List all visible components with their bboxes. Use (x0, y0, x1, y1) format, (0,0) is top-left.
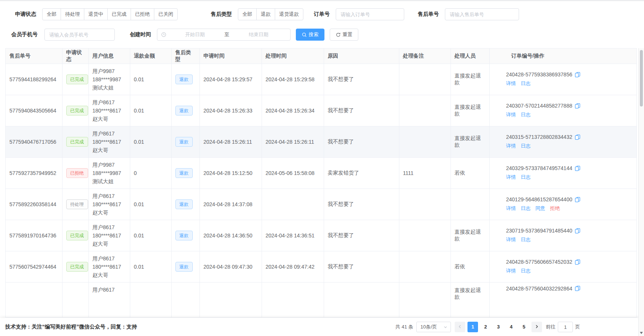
copy-icon[interactable] (575, 259, 580, 265)
row-actions: 详情日志 (506, 80, 633, 87)
page-button[interactable]: 5 (519, 322, 529, 332)
action-log-link[interactable]: 日志 (521, 236, 531, 243)
row-actions: 详情日志同意拒绝 (506, 205, 633, 212)
order-no-text: 240129-5648615287654400 (506, 196, 572, 202)
refund-amount-cell: 0.01 (130, 189, 171, 220)
column-header-apply-time: 申请时间 (199, 49, 262, 64)
created-time-label: 创建时间 (130, 31, 151, 38)
action-log-link[interactable]: 日志 (521, 143, 531, 149)
date-end-placeholder[interactable]: 结束日期 (231, 31, 286, 38)
status-filter-option[interactable]: 已完成 (107, 8, 131, 20)
handle-time-cell: 2024-04-28 15:26:34 (262, 95, 324, 126)
phone-input[interactable] (44, 29, 115, 41)
reason-cell: 卖家发错货了 (324, 157, 399, 189)
order-no-text: 240428-5775606657452032 (506, 259, 572, 265)
aftersale-no-input[interactable] (445, 8, 519, 20)
next-page-button[interactable] (531, 322, 542, 332)
column-header-handler: 处理人员 (451, 49, 489, 64)
search-button[interactable]: 搜索 (296, 29, 324, 41)
handle-time-cell: 2024-04-28 14:36:51 (262, 220, 324, 251)
aftersale-type-cell: 退款 (171, 251, 199, 282)
type-filter-option[interactable]: 退款 (256, 8, 275, 20)
status-filter-option[interactable]: 全部 (42, 8, 61, 20)
aftersale-no-cell (6, 282, 62, 318)
status-cell: 已完成 (62, 64, 88, 95)
refund-amount-cell: 0 (130, 157, 171, 189)
type-badge: 退款 (175, 74, 193, 84)
copy-icon[interactable] (575, 134, 580, 140)
type-badge: 退款 (175, 262, 193, 272)
status-cell: 已拒绝 (62, 157, 88, 189)
action-detail-link[interactable]: 详情 (506, 236, 516, 243)
status-filter-option[interactable]: 已关闭 (154, 8, 178, 20)
remark-cell (399, 64, 451, 95)
page-button[interactable]: 2 (480, 322, 491, 332)
page-button[interactable]: 3 (493, 322, 504, 332)
phone-label: 会员手机号 (11, 31, 38, 38)
handler-cell: 直接发起退款 (451, 282, 489, 318)
status-badge: 已完成 (66, 137, 88, 147)
page-size-value: 10条/页 (420, 324, 437, 330)
aftersale-type-cell: 退款 (171, 189, 199, 220)
action-detail-link[interactable]: 详情 (506, 111, 516, 118)
user-info-cell: 用户8617180****8617赵大哥 (88, 220, 130, 251)
action-detail-link[interactable]: 详情 (506, 268, 516, 274)
status-filter-option[interactable]: 退货中 (84, 8, 108, 20)
order-no-input[interactable] (336, 8, 404, 20)
handler-cell: 直接发起退款 (451, 220, 489, 251)
page-size-select[interactable]: 10条/页 (416, 322, 451, 332)
action-log-link[interactable]: 日志 (521, 205, 531, 212)
refund-amount-cell: 0.01 (130, 64, 171, 95)
status-badge: 已完成 (66, 317, 88, 318)
page-buttons: 12345 (467, 322, 529, 332)
type-filter-option[interactable]: 全部 (238, 8, 257, 20)
status-filter-option[interactable]: 待处理 (61, 8, 84, 20)
footer-bar: 技术支持：关注“编写美好前程”微信公众号，回复：支持 共 41 条 10条/页 … (0, 318, 644, 336)
action-reject-link[interactable]: 拒绝 (550, 205, 560, 212)
vertical-scrollbar[interactable] (638, 48, 644, 336)
handler-cell: 若依 (451, 157, 489, 189)
action-detail-link[interactable]: 详情 (506, 80, 516, 87)
action-log-link[interactable]: 日志 (521, 174, 531, 181)
action-approve-link[interactable]: 同意 (536, 205, 545, 212)
status-cell: 已完成 (62, 282, 88, 318)
goto-page-input[interactable] (558, 322, 573, 332)
action-detail-link[interactable]: 详情 (506, 205, 516, 212)
action-detail-link[interactable]: 详情 (506, 143, 516, 149)
copy-icon[interactable] (575, 228, 580, 234)
copy-icon[interactable] (575, 166, 580, 171)
scrollbar-down-arrow[interactable] (640, 332, 643, 334)
action-log-link[interactable]: 日志 (521, 80, 531, 87)
action-detail-link[interactable]: 详情 (506, 174, 516, 181)
copy-icon[interactable] (575, 286, 580, 291)
aftersale-no-cell: 5775891970164736 (6, 220, 62, 251)
action-log-link[interactable]: 日志 (521, 111, 531, 118)
copy-icon[interactable] (575, 72, 580, 78)
handler-cell: 直接发起退款 (451, 126, 489, 157)
handler-cell: 若依 (451, 251, 489, 282)
table-row: 5775892260358144待处理用户8617180****8617赵大哥0… (6, 189, 636, 220)
user-info-cell: 用户9987188****9987测试大姐 (88, 64, 130, 95)
action-log-link[interactable]: 日志 (521, 268, 531, 274)
status-filter-option[interactable]: 已拒绝 (131, 8, 154, 20)
scrollbar-thumb[interactable] (640, 50, 643, 106)
reset-button[interactable]: 重置 (330, 29, 358, 41)
aftersale-table: 售后单号 申请状态 用户信息 退款金额 售后类型 申请时间 处理时间 原因 处理… (5, 48, 637, 318)
refund-amount-cell: 0.01 (130, 95, 171, 126)
date-start-placeholder[interactable]: 开始日期 (167, 31, 223, 38)
apply-time-cell: 2024-04-28 15:26:33 (199, 95, 262, 126)
page-button[interactable]: 4 (506, 322, 516, 332)
table-row: 已完成用户8617退款直接发起退款240428-5775604032292864 (6, 282, 636, 318)
prev-page-button[interactable] (455, 322, 465, 332)
type-filter-option[interactable]: 退货退款 (275, 8, 303, 20)
page-button[interactable]: 1 (467, 322, 478, 332)
copy-icon[interactable] (575, 103, 580, 109)
remark-cell (399, 251, 451, 282)
clock-icon (161, 32, 166, 37)
status-cell: 已完成 (62, 251, 88, 282)
status-cell: 已完成 (62, 95, 88, 126)
date-range-picker[interactable]: 开始日期 至 结束日期 (157, 29, 291, 41)
status-badge: 已完成 (66, 106, 88, 116)
copy-icon[interactable] (575, 197, 580, 202)
order-actions-cell: 240315-5713728802834432详情日志 (489, 126, 636, 157)
